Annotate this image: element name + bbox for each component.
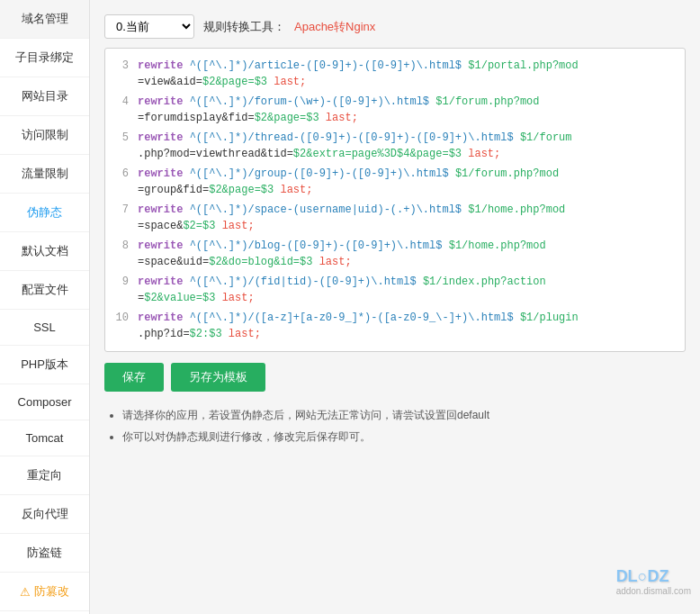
code-line: 9rewrite ^([^\.]*)/(fid|tid)-([0-9]+)\.h… xyxy=(105,272,685,308)
sidebar-item-label: 防盗链 xyxy=(27,545,62,561)
code-line: 8rewrite ^([^\.]*)/blog-([0-9]+)-([0-9]+… xyxy=(105,236,685,272)
sidebar-item-access-limit[interactable]: 访问限制 xyxy=(0,116,89,155)
sidebar-item-redirect[interactable]: 重定向 xyxy=(0,456,89,495)
code-line: 5rewrite ^([^\.]*)/thread-([0-9]+)-([0-9… xyxy=(105,128,685,164)
save-button[interactable]: 保存 xyxy=(104,363,164,392)
sidebar-item-flow-limit[interactable]: 流量限制 xyxy=(0,155,89,194)
line-number: 10 xyxy=(105,310,138,326)
version-select[interactable]: 0.当前 xyxy=(104,14,194,39)
line-content: rewrite ^([^\.]*)/thread-([0-9]+)-([0-9]… xyxy=(138,130,685,162)
save-as-template-button[interactable]: 另存为模板 xyxy=(171,363,265,392)
line-content: rewrite ^([^\.]*)/([a-z]+[a-z0-9_]*)-([a… xyxy=(138,310,685,342)
sidebar-item-label: 流量限制 xyxy=(22,166,68,182)
sidebar-item-pseudo-static[interactable]: 伪静态 xyxy=(0,194,89,232)
line-content: rewrite ^([^\.]*)/blog-([0-9]+)-([0-9]+)… xyxy=(138,238,685,270)
line-content: rewrite ^([^\.]*)/article-([0-9]+)-([0-9… xyxy=(138,58,685,90)
notes-list: 请选择你的应用，若设置伪静态后，网站无法正常访问，请尝试设置回default你可… xyxy=(104,404,686,447)
line-number: 3 xyxy=(105,58,138,74)
code-line: 10rewrite ^([^\.]*)/([a-z]+[a-z0-9_]*)-(… xyxy=(105,308,685,344)
sidebar-item-label: 重定向 xyxy=(27,467,62,483)
sidebar-item-label: 子目录绑定 xyxy=(15,50,74,66)
sidebar-item-label: 反向代理 xyxy=(22,506,68,522)
sidebar-item-domain[interactable]: 域名管理 xyxy=(0,0,89,39)
sidebar-item-label: 网站目录 xyxy=(22,88,68,104)
note-item: 你可以对伪静态规则进行修改，修改完后保存即可。 xyxy=(122,426,686,447)
line-content: rewrite ^([^\.]*)/space-(username|uid)-(… xyxy=(138,202,685,234)
sidebar-item-ssl[interactable]: SSL xyxy=(0,310,89,346)
sidebar-item-label: 伪静态 xyxy=(27,204,62,221)
code-line: 4rewrite ^([^\.]*)/forum-(\w+)-([0-9]+)\… xyxy=(105,92,685,128)
line-number: 7 xyxy=(105,202,138,218)
code-line: 7rewrite ^([^\.]*)/space-(username|uid)-… xyxy=(105,200,685,236)
line-number: 4 xyxy=(105,94,138,110)
sidebar-item-reverse-proxy[interactable]: 反向代理 xyxy=(0,495,89,534)
sidebar-item-anti-tamper[interactable]: ⚠防篡改 xyxy=(0,573,89,611)
toolbar: 0.当前 规则转换工具： Apache转Nginx xyxy=(104,14,686,39)
line-number: 5 xyxy=(105,130,138,146)
button-group: 保存 另存为模板 xyxy=(104,363,686,392)
code-line: 6rewrite ^([^\.]*)/group-([0-9]+)-([0-9]… xyxy=(105,164,685,200)
sidebar: 域名管理子目录绑定网站目录访问限制流量限制伪静态默认文档配置文件SSLPHP版本… xyxy=(0,0,90,614)
sidebar-item-label: 访问限制 xyxy=(22,127,68,143)
code-editor[interactable]: 3rewrite ^([^\.]*)/article-([0-9]+)-([0-… xyxy=(104,48,686,352)
sidebar-item-tomcat[interactable]: Tomcat xyxy=(0,420,89,456)
note-item: 请选择你的应用，若设置伪静态后，网站无法正常访问，请尝试设置回default xyxy=(122,404,686,426)
line-number: 8 xyxy=(105,238,138,254)
sidebar-item-label: SSL xyxy=(33,321,56,334)
convert-link[interactable]: Apache转Nginx xyxy=(294,19,375,35)
sidebar-item-default-doc[interactable]: 默认文档 xyxy=(0,232,89,271)
line-content: rewrite ^([^\.]*)/group-([0-9]+)-([0-9]+… xyxy=(138,166,685,198)
sidebar-item-anti-leech[interactable]: 防盗链 xyxy=(0,534,89,573)
sidebar-item-label: 防篡改 xyxy=(34,583,69,600)
sidebar-item-label: PHP版本 xyxy=(21,357,68,373)
convert-label: 规则转换工具： xyxy=(203,19,285,35)
line-content: rewrite ^([^\.]*)/(fid|tid)-([0-9]+)\.ht… xyxy=(138,274,685,306)
sidebar-item-label: Tomcat xyxy=(26,431,64,445)
sidebar-item-label: Composer xyxy=(18,395,72,409)
sidebar-item-label: 域名管理 xyxy=(22,11,68,27)
sidebar-item-php-version[interactable]: PHP版本 xyxy=(0,346,89,384)
line-content: rewrite ^([^\.]*)/forum-(\w+)-([0-9]+)\.… xyxy=(138,94,685,126)
sidebar-item-config-file[interactable]: 配置文件 xyxy=(0,271,89,310)
code-line: 3rewrite ^([^\.]*)/article-([0-9]+)-([0-… xyxy=(105,56,685,92)
sidebar-item-label: 默认文档 xyxy=(22,243,68,259)
main-content: 0.当前 规则转换工具： Apache转Nginx 3rewrite ^([^\… xyxy=(90,0,700,614)
sidebar-item-website-dir[interactable]: 网站目录 xyxy=(0,77,89,116)
line-number: 9 xyxy=(105,274,138,290)
sidebar-item-label: 配置文件 xyxy=(22,282,68,298)
sidebar-item-composer[interactable]: Composer xyxy=(0,384,89,420)
sidebar-item-subdir[interactable]: 子目录绑定 xyxy=(0,39,89,77)
line-number: 6 xyxy=(105,166,138,182)
warning-icon: ⚠ xyxy=(20,585,31,599)
